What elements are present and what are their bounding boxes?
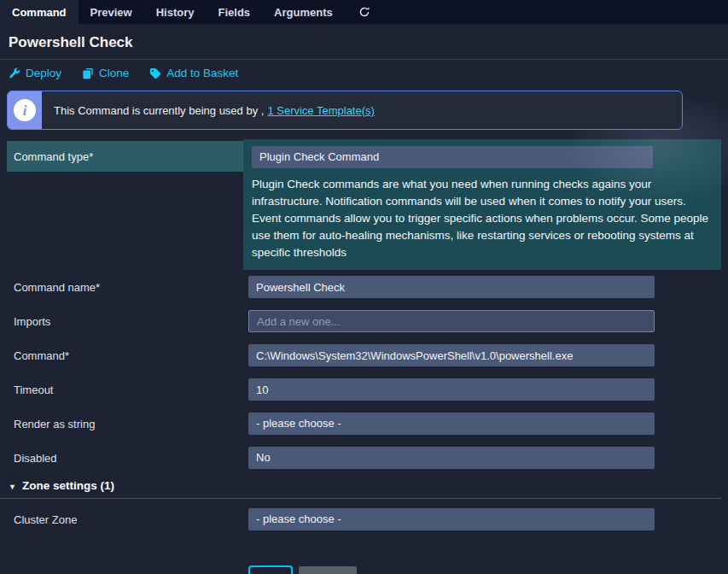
banner-text: This Command is currently being used by … xyxy=(54,104,264,117)
command-name-input[interactable] xyxy=(248,276,655,298)
command-form: Command type* Plugin Check Command Plugi… xyxy=(0,139,728,574)
add-to-basket-button[interactable]: Add to Basket xyxy=(149,67,238,79)
render-as-string-select[interactable]: - please choose - xyxy=(248,413,655,435)
field-label-command: Command* xyxy=(0,349,248,362)
imports-row: Imports xyxy=(0,304,728,338)
field-label-command-name: Command name* xyxy=(0,281,248,294)
tag-icon xyxy=(149,67,161,79)
command-type-panel: Plugin Check Command Plugin Check comman… xyxy=(243,139,721,270)
info-icon: i xyxy=(8,91,42,129)
timeout-input[interactable] xyxy=(248,378,655,401)
tab-bar: Command Preview History Fields Arguments xyxy=(0,0,728,24)
disabled-select[interactable]: No xyxy=(248,447,655,469)
field-label-render-as-string: Render as string xyxy=(0,418,248,430)
field-label-timeout: Timeout xyxy=(0,384,248,396)
delete-button[interactable]: Delete xyxy=(299,566,357,574)
wrench-icon xyxy=(9,67,20,79)
clone-button[interactable]: Clone xyxy=(82,67,129,79)
imports-input[interactable] xyxy=(248,310,655,332)
command-type-select[interactable]: Plugin Check Command xyxy=(252,146,653,168)
action-links: Deploy Clone Add to Basket xyxy=(0,60,728,85)
clone-icon xyxy=(82,67,94,79)
tab-fields[interactable]: Fields xyxy=(207,0,263,24)
triangle-down-icon: ▼ xyxy=(9,483,16,491)
tab-preview[interactable]: Preview xyxy=(79,0,144,24)
tab-arguments[interactable]: Arguments xyxy=(262,0,345,24)
service-templates-link[interactable]: 1 Service Template(s) xyxy=(267,104,374,117)
deploy-label: Deploy xyxy=(26,67,61,79)
zone-settings-label: Zone settings (1) xyxy=(22,479,114,492)
page-title: Powershell Check xyxy=(0,24,728,60)
command-name-row: Command name* xyxy=(0,270,728,304)
add-to-basket-label: Add to Basket xyxy=(166,67,238,79)
command-type-row: Command type* Plugin Check Command Plugi… xyxy=(0,139,728,270)
field-label-cluster-zone: Cluster Zone xyxy=(0,513,248,526)
store-button[interactable]: Store xyxy=(248,565,293,574)
cluster-zone-row: Cluster Zone - please choose - xyxy=(0,499,728,540)
tab-history[interactable]: History xyxy=(144,0,207,24)
field-label-command-type: Command type* xyxy=(7,141,243,172)
timeout-row: Timeout xyxy=(0,372,728,407)
command-row: Command* xyxy=(0,338,728,372)
info-banner: i This Command is currently being used b… xyxy=(7,91,683,130)
zone-settings-section-toggle[interactable]: ▼Zone settings (1) xyxy=(0,475,721,499)
clone-label: Clone xyxy=(99,67,129,79)
deploy-button[interactable]: Deploy xyxy=(9,67,61,79)
command-type-description: Plugin Check commands are what you need … xyxy=(252,174,713,261)
cluster-zone-select[interactable]: - please choose - xyxy=(248,508,655,530)
tab-command[interactable]: Command xyxy=(0,0,79,24)
field-label-imports: Imports xyxy=(0,315,248,328)
form-buttons: Store Delete xyxy=(248,565,728,574)
render-as-string-row: Render as string - please choose - xyxy=(0,407,728,441)
command-input[interactable] xyxy=(248,344,655,366)
refresh-icon[interactable] xyxy=(350,0,379,24)
content-area: Powershell Check Deploy Clone Add to Bas… xyxy=(0,24,728,574)
field-label-disabled: Disabled xyxy=(0,452,248,465)
disabled-row: Disabled No xyxy=(0,441,728,475)
